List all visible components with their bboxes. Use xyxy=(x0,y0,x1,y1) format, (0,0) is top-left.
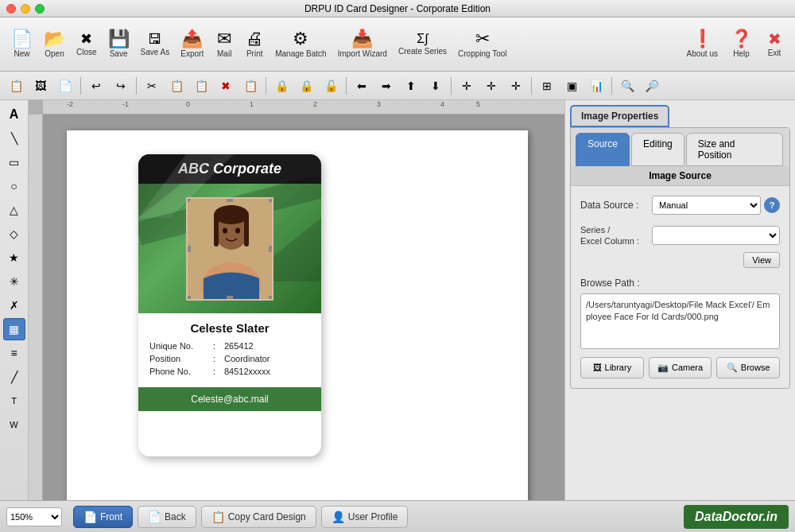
stb-duplicate[interactable]: 📋 xyxy=(239,75,262,97)
toolbar-new[interactable]: 📄 New xyxy=(6,27,37,61)
toolbar-cropping-tool[interactable]: ✂ Cropping Tool xyxy=(453,27,512,61)
stb-zoom-out[interactable]: 🔍 xyxy=(641,75,663,97)
stb-lock2[interactable]: 🔒 xyxy=(295,75,317,97)
handle-ml[interactable] xyxy=(186,246,191,252)
stb-distribute[interactable]: ✛ xyxy=(505,75,527,97)
toolbar-import-wizard[interactable]: 📥 Import Wizard xyxy=(333,27,392,61)
tool-slash[interactable]: ╱ xyxy=(3,366,25,388)
tool-barcode[interactable]: ≡ xyxy=(3,342,25,364)
stb-properties[interactable]: 📋 xyxy=(5,75,27,97)
data-source-label: Data Source : xyxy=(580,200,652,211)
help-icon: ❓ xyxy=(731,30,752,48)
toolbar-mail[interactable]: ✉ Mail xyxy=(210,27,238,61)
toolbar-save-as[interactable]: 🖫 Save As xyxy=(136,29,175,60)
tool-star[interactable]: ★ xyxy=(3,247,25,269)
stb-center[interactable]: ✛ xyxy=(480,75,502,97)
front-icon: 📄 xyxy=(83,511,97,523)
user-profile-label: User Profile xyxy=(348,511,398,522)
stb-redo[interactable]: ↪ xyxy=(110,75,132,97)
stb-align-bottom[interactable]: ⬇ xyxy=(425,75,447,97)
stb-grid[interactable]: ⊞ xyxy=(536,75,558,97)
stb-snap[interactable]: ▣ xyxy=(560,75,583,97)
toolbar-right-group: ❗ About us ❓ Help ✖ Exit xyxy=(682,27,789,61)
print-icon: 🖨 xyxy=(246,30,263,48)
view-button[interactable]: View xyxy=(743,252,780,268)
view-btn-row: View xyxy=(580,252,780,268)
tab-size-position[interactable]: Size and Position xyxy=(686,133,783,166)
tool-diamond[interactable]: ◇ xyxy=(3,223,25,245)
data-source-help[interactable]: ? xyxy=(764,197,780,213)
tool-ellipse[interactable]: ○ xyxy=(3,175,25,197)
toolbar-exit[interactable]: ✖ Exit xyxy=(760,27,789,61)
handle-tm[interactable] xyxy=(227,197,233,202)
series-select[interactable] xyxy=(652,226,780,245)
user-profile-icon: 👤 xyxy=(332,511,345,523)
data-source-select[interactable]: Manual Excel Database xyxy=(652,196,761,215)
minimize-traffic-light[interactable] xyxy=(21,4,30,14)
toolbar-close[interactable]: ✖ Close xyxy=(72,29,102,60)
zoom-select[interactable]: 150% 100% 75% 50% xyxy=(6,507,62,526)
stb-align-top[interactable]: ⬆ xyxy=(400,75,422,97)
tab-editing[interactable]: Editing xyxy=(631,133,684,166)
stb-move[interactable]: ✛ xyxy=(456,75,478,97)
stb-unlock[interactable]: 🔓 xyxy=(320,75,342,97)
handle-mr[interactable] xyxy=(269,246,273,252)
toolbar-save[interactable]: 💾 Save xyxy=(103,27,134,61)
cropping-tool-icon: ✂ xyxy=(475,30,490,48)
handle-br[interactable] xyxy=(269,296,273,301)
series-row: Series /Excel Column : xyxy=(580,224,780,247)
tool-image[interactable]: ▦ xyxy=(3,318,25,340)
tab-source[interactable]: Source xyxy=(576,133,630,166)
tool-cross[interactable]: ✗ xyxy=(3,294,25,316)
front-button[interactable]: 📄 Front xyxy=(73,506,133,528)
stb-chart[interactable]: 📊 xyxy=(585,75,607,97)
stb-align-left[interactable]: ⬅ xyxy=(351,75,373,97)
ruler-mark: 5 xyxy=(476,100,480,108)
stb-page[interactable]: 📄 xyxy=(54,75,76,97)
library-icon: 🖼 xyxy=(593,363,602,372)
browse-button[interactable]: 🔍 Browse xyxy=(716,357,780,379)
back-button[interactable]: 📄 Back xyxy=(138,506,196,528)
toolbar-manage-batch[interactable]: ⚙ Manage Batch xyxy=(270,27,332,61)
stb-lock1[interactable]: 🔒 xyxy=(270,75,293,97)
toolbar-about-us[interactable]: ❗ About us xyxy=(682,27,723,61)
tool-select[interactable]: A xyxy=(3,103,25,126)
stb-cut[interactable]: ✂ xyxy=(141,75,163,97)
handle-bm[interactable] xyxy=(227,296,233,301)
stb-paste[interactable]: 📋 xyxy=(190,75,212,97)
tool-snowflake[interactable]: ✳ xyxy=(3,270,25,293)
canvas-area[interactable]: -2 -1 0 1 2 3 4 5 ABC Corporate xyxy=(29,100,564,500)
library-button[interactable]: 🖼 Library xyxy=(580,357,644,379)
copy-card-design-button[interactable]: 📋 Copy Card Design xyxy=(201,506,316,528)
camera-button[interactable]: 📷 Camera xyxy=(649,357,712,379)
toolbar-open[interactable]: 📂 Open xyxy=(39,27,70,61)
toolbar-print[interactable]: 🖨 Print xyxy=(240,27,269,61)
card-field-phone: Phone No. : 84512xxxxx xyxy=(149,367,310,376)
user-profile-button[interactable]: 👤 User Profile xyxy=(321,506,409,528)
stb-image[interactable]: 🖼 xyxy=(29,75,52,97)
toolbar-create-series[interactable]: Σ∫ Create Series xyxy=(394,29,452,59)
stb-undo[interactable]: ↩ xyxy=(85,75,107,97)
close-traffic-light[interactable] xyxy=(6,4,16,14)
stb-align-right[interactable]: ➡ xyxy=(375,75,398,97)
tool-triangle[interactable]: △ xyxy=(3,199,25,221)
data-doctor-brand: DataDoctor.in xyxy=(684,505,789,529)
toolbar-export[interactable]: 📤 Export xyxy=(176,27,208,61)
maximize-traffic-light[interactable] xyxy=(35,4,45,14)
stb-zoom-in[interactable]: 🔍 xyxy=(616,75,638,97)
tool-wordart[interactable]: W xyxy=(3,414,25,436)
front-label: Front xyxy=(100,511,122,522)
ruler-mark: 2 xyxy=(313,100,317,108)
browse-path-label: Browse Path : xyxy=(580,278,780,289)
tool-rectangle[interactable]: ▭ xyxy=(3,151,25,173)
field-sep-position: : xyxy=(213,354,224,363)
import-wizard-icon: 📥 xyxy=(351,30,373,48)
handle-bl[interactable] xyxy=(186,296,191,301)
toolbar-help[interactable]: ❓ Help xyxy=(726,27,757,61)
handle-tr[interactable] xyxy=(269,197,273,202)
tool-line[interactable]: ╲ xyxy=(3,127,25,150)
create-series-icon: Σ∫ xyxy=(417,33,428,45)
stb-copy[interactable]: 📋 xyxy=(165,75,188,97)
tool-text[interactable]: T xyxy=(3,390,25,412)
stb-delete[interactable]: ✖ xyxy=(215,75,237,97)
